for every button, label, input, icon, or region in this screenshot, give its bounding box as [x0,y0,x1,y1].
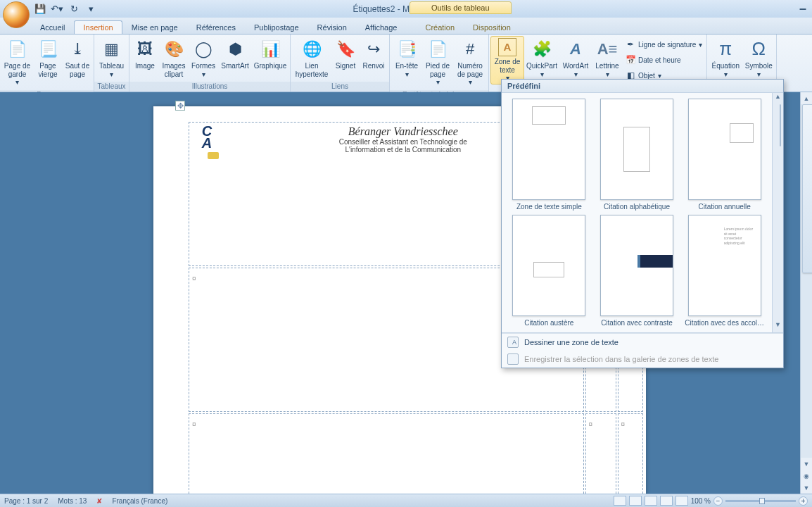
save-selection-option: Enregistrer la sélection dans la galerie… [502,351,783,368]
equation-button[interactable]: πÉquation▾ [709,36,742,80]
status-word-count[interactable]: Mots : 13 [58,497,87,505]
proofing-icon[interactable]: ✘ [96,497,102,505]
save-selection-icon [507,353,519,365]
draw-text-box-icon: A [507,337,519,348]
header-button[interactable]: 📑En-tête▾ [391,36,422,80]
ribbon-tabs: Accueil Insertion Mise en page Référence… [0,18,812,35]
zoom-slider-thumb[interactable] [759,498,765,504]
drop-cap-icon: A≡ [596,38,618,61]
date-time-icon: 📅 [626,55,635,65]
blank-page-button[interactable]: 📃Page vierge [33,36,63,80]
tab-layout-context[interactable]: Disposition [464,20,520,34]
bookmark-icon: 🔖 [334,38,357,61]
clipart-button[interactable]: 🎨Images clipart [159,36,189,80]
next-page-button[interactable]: ▼ [801,482,812,494]
cover-page-button[interactable]: 📄Page de garde▾ [1,36,33,89]
quick-parts-button[interactable]: 🧩QuickPart▾ [524,36,559,80]
picture-button[interactable]: 🖼Image [131,36,159,73]
outline-view-button[interactable] [660,496,673,506]
office-button[interactable] [3,1,30,28]
scroll-thumb[interactable] [802,104,812,273]
smartart-button[interactable]: ⬢SmartArt [218,36,252,73]
shapes-button[interactable]: ◯Formes▾ [189,36,218,80]
page-break-button[interactable]: ⤓Saut de page [63,36,92,80]
tab-mailings[interactable]: Publipostage [245,20,308,34]
tab-review[interactable]: Révision [308,20,356,34]
symbol-icon: Ω [747,38,770,61]
wordart-icon: A [564,38,587,61]
zoom-in-button[interactable]: + [799,496,808,506]
gallery-item-austere-quote[interactable]: Citation austère [507,215,591,327]
qat-customize[interactable]: ▾ [83,2,99,16]
full-screen-view-button[interactable] [629,496,642,506]
status-language[interactable]: Français (France) [112,497,167,505]
vertical-scrollbar[interactable]: ▲ ▼ ◉ ▼ [800,92,812,494]
scroll-down-button[interactable]: ▼ [801,458,812,470]
footer-icon: 📄 [426,38,449,61]
text-box-gallery: Prédéfini Zone de texte simple Citation … [501,79,784,368]
header-icon: 📑 [395,38,418,61]
tab-view[interactable]: Affichage [356,20,407,34]
hyperlink-button[interactable]: 🌐Lien hypertexte [292,36,331,80]
redo-icon: ↻ [70,4,78,14]
equation-icon: π [714,38,737,61]
prev-page-button[interactable]: ◉ [801,470,812,482]
drop-cap-button[interactable]: A≡Lettrine▾ [592,36,623,80]
undo-icon: ↶ [51,4,58,14]
date-time-button[interactable]: 📅Date et heure [626,53,702,67]
tab-insert[interactable]: Insertion [74,20,122,34]
cross-reference-button[interactable]: ↪Renvoi [360,36,388,73]
zoom-out-button[interactable]: − [713,496,723,506]
gallery-scrollbar[interactable]: ▲ ▼ [772,93,783,332]
tab-home[interactable]: Accueil [31,20,74,34]
group-illustrations-label: Illustrations [129,82,290,92]
page-number-button[interactable]: #Numéro de page▾ [453,36,487,89]
group-links-label: Liens [291,82,389,92]
gallery-item-annual-quote[interactable]: Citation annuelle [683,99,766,211]
status-bar: Page : 1 sur 2 Mots : 13 ✘ Français (Fra… [0,494,812,507]
group-header-footer: 📑En-tête▾ 📄Pied de page▾ #Numéro de page… [390,35,489,92]
gallery-item-simple-text-box[interactable]: Zone de texte simple [507,99,591,211]
text-box-button[interactable]: AZone de texte▾ [490,36,524,84]
gallery-item-contrast-quote[interactable]: Citation avec contraste [595,215,679,327]
signature-line-button[interactable]: ✒Ligne de signature ▾ [626,37,702,51]
table-button[interactable]: ▦Tableau▾ [96,36,127,80]
text-box-icon: A [498,38,516,56]
bookmark-button[interactable]: 🔖Signet [331,36,360,73]
table-move-handle[interactable]: ✥ [175,101,185,111]
window-title: Étiquettes2 - Microsoft Word [0,4,812,14]
hyperlink-icon: 🌐 [300,38,323,61]
wordart-button[interactable]: AWordArt▾ [559,36,592,80]
quick-parts-icon: 🧩 [531,38,553,61]
gallery-scroll-down[interactable]: ▼ [775,321,781,332]
tab-design[interactable]: Création [416,20,464,34]
gallery-scroll-up[interactable]: ▲ [775,93,781,104]
group-tables-label: Tableaux [94,82,129,92]
zoom-level[interactable]: 100 % [691,497,711,505]
web-layout-view-button[interactable] [645,496,657,506]
logo-icon: CA [192,125,222,161]
draft-view-button[interactable] [675,496,688,506]
group-tables: ▦Tableau▾ Tableaux [94,35,129,92]
scroll-up-button[interactable]: ▲ [801,92,812,104]
group-links: 🌐Lien hypertexte 🔖Signet ↪Renvoi Liens [291,35,390,92]
table-icon: ▦ [101,38,123,61]
title-bar: 💾 ↶▾ ↻ ▾ Étiquettes2 - Microsoft Word Ou… [0,0,812,18]
gallery-scroll-thumb[interactable] [780,104,781,146]
undo-button[interactable]: ↶▾ [49,2,65,16]
quick-access-toolbar: 💾 ↶▾ ↻ ▾ [32,2,99,16]
chart-button[interactable]: 📊Graphique [252,36,288,73]
footer-button[interactable]: 📄Pied de page▾ [422,36,453,89]
redo-button[interactable]: ↻ [66,2,82,16]
draw-text-box-option[interactable]: A Dessiner une zone de texte [502,334,783,351]
gallery-item-braces-quote[interactable]: Lorem ipsum dolor sit amet consectetur a… [683,215,766,327]
print-layout-view-button[interactable] [614,496,626,506]
tab-references[interactable]: Références [187,20,245,34]
symbol-button[interactable]: ΩSymbole▾ [742,36,775,80]
minimize-button[interactable]: – [799,1,806,16]
status-page[interactable]: Page : 1 sur 2 [4,497,48,505]
gallery-item-alphabet-quote[interactable]: Citation alphabétique [595,99,679,211]
save-button[interactable]: 💾 [32,2,48,16]
tab-page-layout[interactable]: Mise en page [122,20,187,34]
zoom-slider[interactable] [725,500,796,502]
